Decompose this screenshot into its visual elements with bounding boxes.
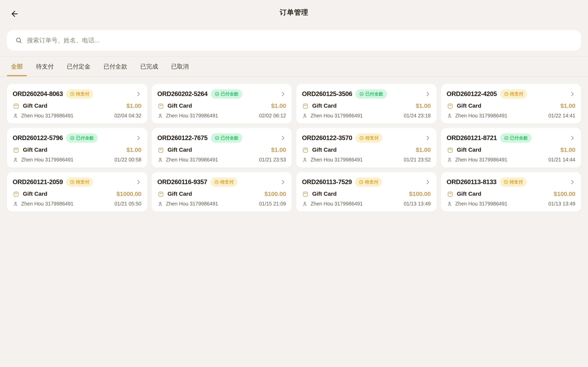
- order-card[interactable]: ORD260113-7529 待支付 Gift Card $100.00 Zh: [296, 172, 437, 212]
- status-badge: 待支付: [66, 177, 93, 187]
- search-section: [0, 25, 588, 50]
- status-label: 待支付: [365, 135, 379, 141]
- status-badge: 待支付: [355, 133, 382, 143]
- product-name: Gift Card: [312, 147, 337, 153]
- status-badge: 待支付: [500, 89, 527, 99]
- product-name: Gift Card: [312, 191, 337, 197]
- status-badge: 已付全款: [500, 133, 532, 143]
- order-card-product-row: Gift Card $100.00: [302, 191, 431, 197]
- chevron-right-icon: [425, 135, 431, 141]
- order-card[interactable]: ORD260122-7675 已付全款 Gift Card $1.00 Zhe: [152, 128, 292, 167]
- person-icon: [447, 201, 452, 207]
- status-label: 待支付: [510, 91, 523, 97]
- order-card-product-row: Gift Card $1.00: [13, 102, 141, 109]
- clock-icon: [504, 92, 509, 96]
- order-card-customer-row: Zhen Hou 3179986491 02/02 06:12: [157, 113, 286, 119]
- search-bar[interactable]: [7, 30, 581, 50]
- order-card[interactable]: ORD260125-3506 已付全款 Gift Card $1.00 Zhe: [296, 84, 437, 124]
- order-card-customer-row: Zhen Hou 3179986491 01/21 14:44: [447, 157, 576, 163]
- order-card-customer-row: Zhen Hou 3179986491 01/21 23:53: [157, 157, 286, 163]
- tab-label: 已取消: [171, 63, 189, 71]
- order-card[interactable]: ORD260121-8721 已付全款 Gift Card $1.00 Zhe: [441, 128, 581, 167]
- order-price: $100.00: [409, 191, 431, 197]
- chevron-right-icon: [425, 179, 431, 185]
- chevron-right-icon: [569, 135, 575, 141]
- tab-1[interactable]: 全部: [7, 57, 27, 77]
- order-price: $1.00: [271, 102, 286, 109]
- check-circle-icon: [70, 136, 75, 141]
- status-label: 已付全款: [76, 135, 94, 141]
- order-price: $1.00: [126, 146, 141, 153]
- person-icon: [157, 157, 163, 163]
- shopping-bag-icon: [13, 102, 20, 109]
- chevron-right-icon: [135, 179, 141, 185]
- customer-info: Zhen Hou 3179986491: [311, 157, 363, 163]
- status-label: 待支付: [76, 91, 89, 97]
- order-card-product-row: Gift Card $1.00: [447, 102, 576, 109]
- order-date: 01/24 23:18: [404, 113, 431, 119]
- order-id: ORD260122-3570: [302, 134, 352, 142]
- chevron-right-icon: [425, 91, 431, 97]
- person-icon: [157, 201, 163, 207]
- order-card-product-row: Gift Card $1.00: [13, 146, 141, 153]
- tab-label: 已完成: [140, 63, 158, 71]
- tab-4[interactable]: 已付全款: [99, 57, 131, 77]
- order-card[interactable]: ORD260113-8133 待支付 Gift Card $100.00 Zh: [441, 172, 581, 212]
- status-badge: 待支付: [210, 177, 237, 187]
- order-date: 01/21 23:53: [259, 157, 286, 163]
- search-input[interactable]: [27, 37, 573, 44]
- chevron-right-icon: [280, 179, 286, 185]
- order-date: 01/22 14:41: [548, 113, 575, 119]
- order-id: ORD260121-8721: [447, 134, 497, 142]
- person-icon: [157, 113, 163, 119]
- order-card-product-row: Gift Card $1.00: [302, 102, 431, 109]
- order-card[interactable]: ORD260122-5796 已付全款 Gift Card $1.00 Zhe: [7, 128, 147, 167]
- order-price: $1.00: [271, 146, 286, 153]
- order-price: $1.00: [561, 102, 575, 109]
- order-card[interactable]: ORD260121-2059 待支付 Gift Card $1000.00 Z: [7, 172, 147, 212]
- chevron-right-icon: [569, 91, 575, 97]
- customer-info: Zhen Hou 3179986491: [21, 113, 73, 119]
- status-label: 已付全款: [221, 135, 239, 141]
- chevron-right-icon: [135, 91, 141, 97]
- status-badge: 已付全款: [355, 89, 387, 99]
- order-card[interactable]: ORD260122-3570 待支付 Gift Card $1.00 Zhen: [296, 128, 437, 167]
- order-card-header: ORD260113-7529 待支付: [302, 177, 431, 187]
- chevron-right-icon: [280, 91, 286, 97]
- order-card-header: ORD260122-5796 已付全款: [13, 133, 141, 143]
- tab-label: 全部: [11, 63, 23, 71]
- order-card-header: ORD260122-7675 已付全款: [157, 133, 286, 143]
- clock-icon: [359, 180, 364, 184]
- order-date: 02/04 04:32: [114, 113, 141, 119]
- order-price: $1.00: [561, 146, 575, 153]
- order-card[interactable]: ORD260116-9357 待支付 Gift Card $100.00 Zh: [152, 172, 292, 212]
- product-name: Gift Card: [312, 103, 337, 109]
- order-card-header: ORD260125-3506 已付全款: [302, 89, 431, 99]
- order-price: $1.00: [416, 146, 431, 153]
- tab-2[interactable]: 待支付: [32, 57, 58, 77]
- order-card[interactable]: ORD260122-4205 待支付 Gift Card $1.00 Zhen: [441, 84, 581, 124]
- product-name: Gift Card: [457, 103, 481, 109]
- order-id: ORD260204-8063: [13, 90, 63, 98]
- check-circle-icon: [504, 136, 509, 141]
- order-card[interactable]: ORD260202-5264 已付全款 Gift Card $1.00 Zhe: [152, 84, 292, 124]
- order-card-product-row: Gift Card $1.00: [157, 102, 286, 109]
- order-card-header: ORD260202-5264 已付全款: [157, 89, 286, 99]
- customer-info: Zhen Hou 3179986491: [455, 201, 508, 207]
- order-card-header: ORD260121-2059 待支付: [13, 177, 141, 187]
- clock-icon: [70, 180, 75, 184]
- customer-info: Zhen Hou 3179986491: [166, 113, 218, 119]
- tab-3[interactable]: 已付定金: [63, 57, 95, 77]
- order-card-customer-row: Zhen Hou 3179986491 02/04 04:32: [13, 113, 141, 119]
- product-name: Gift Card: [168, 103, 192, 109]
- status-badge: 已付全款: [211, 133, 242, 143]
- order-card[interactable]: ORD260204-8063 待支付 Gift Card $1.00 Zhen: [7, 84, 147, 124]
- tab-6[interactable]: 已取消: [167, 57, 193, 77]
- tab-5[interactable]: 已完成: [136, 57, 162, 77]
- order-id: ORD260121-2059: [13, 178, 63, 186]
- order-card-customer-row: Zhen Hou 3179986491 01/13 13:49: [447, 201, 576, 207]
- shopping-bag-icon: [157, 191, 164, 197]
- order-date: 02/02 06:12: [259, 113, 286, 119]
- shopping-bag-icon: [302, 102, 309, 109]
- person-icon: [302, 201, 308, 207]
